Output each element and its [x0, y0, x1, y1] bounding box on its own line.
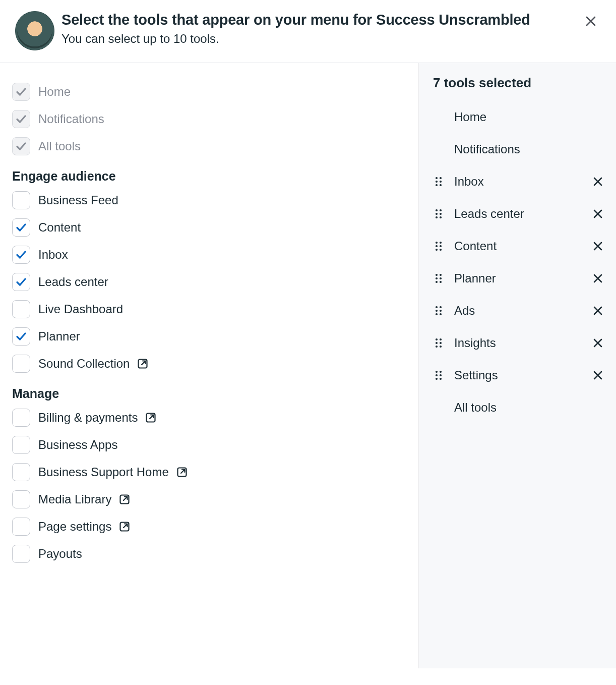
svg-point-45	[436, 378, 438, 380]
tool-item-media-library[interactable]: Media Library	[12, 486, 406, 513]
drag-handle-icon[interactable]	[433, 240, 444, 252]
checkbox-page-settings[interactable]	[12, 518, 30, 536]
svg-point-17	[436, 242, 438, 244]
external-link-icon	[137, 358, 149, 370]
tool-item-inbox[interactable]: Inbox	[12, 241, 406, 268]
selected-item-content[interactable]: Content	[433, 230, 606, 262]
tool-item-live-dashboard[interactable]: Live Dashboard	[12, 296, 406, 323]
tool-item-page-settings[interactable]: Page settings	[12, 513, 406, 540]
tool-item-notifications: Notifications	[12, 105, 406, 133]
tool-item-sound-collection[interactable]: Sound Collection	[12, 350, 406, 377]
selected-label: Inbox	[454, 175, 590, 189]
svg-point-44	[440, 374, 442, 376]
selected-item-leads-center[interactable]: Leads center	[433, 198, 606, 230]
checkbox-business-feed[interactable]	[12, 191, 30, 209]
svg-point-15	[436, 216, 438, 218]
drag-handle-icon[interactable]	[433, 305, 444, 317]
selected-item-planner[interactable]: Planner	[433, 262, 606, 295]
tool-label: Business Feed	[38, 193, 118, 207]
selected-count-title: 7 tools selected	[433, 75, 606, 91]
drag-handle-icon[interactable]	[433, 337, 444, 349]
svg-point-6	[440, 177, 442, 179]
checkbox-payouts[interactable]	[12, 545, 30, 563]
remove-button-ads[interactable]	[590, 303, 606, 319]
checkbox-business-apps[interactable]	[12, 436, 30, 454]
svg-point-21	[436, 249, 438, 251]
selected-item-ads[interactable]: Ads	[433, 295, 606, 327]
remove-button-planner[interactable]	[590, 270, 606, 287]
checkbox-business-support-home[interactable]	[12, 463, 30, 481]
drag-handle-icon[interactable]	[433, 208, 444, 220]
selected-label: Settings	[454, 368, 590, 382]
svg-point-46	[440, 378, 442, 380]
tool-list-pane: HomeNotificationsAll toolsEngage audienc…	[0, 63, 418, 668]
close-button[interactable]	[581, 11, 601, 31]
checkbox-leads-center[interactable]	[12, 273, 30, 291]
external-link-icon	[118, 493, 131, 505]
drag-handle-icon[interactable]	[433, 176, 444, 188]
svg-point-30	[440, 306, 442, 308]
checkbox-planner[interactable]	[12, 327, 30, 346]
tool-label: Sound Collection	[38, 357, 130, 371]
tool-label: Payouts	[38, 547, 82, 561]
section-title: Manage	[12, 386, 406, 401]
tool-label: Content	[38, 220, 81, 235]
selected-label: All tools	[454, 401, 606, 415]
checkbox-sound-collection[interactable]	[12, 355, 30, 373]
selected-item-inbox[interactable]: Inbox	[433, 165, 606, 198]
drag-handle-icon[interactable]	[433, 272, 444, 284]
tool-item-planner[interactable]: Planner	[12, 323, 406, 350]
remove-button-inbox[interactable]	[590, 174, 606, 190]
checkbox-notifications	[12, 110, 30, 128]
selected-pane: 7 tools selected HomeNotificationsInboxL…	[418, 63, 616, 668]
drag-handle-icon[interactable]	[433, 369, 444, 381]
svg-point-12	[440, 209, 442, 211]
svg-point-36	[440, 338, 442, 340]
svg-point-38	[440, 342, 442, 344]
svg-point-9	[436, 184, 438, 186]
checkbox-all-tools	[12, 137, 30, 155]
selected-item-notifications: Notifications	[433, 133, 606, 165]
svg-point-40	[440, 346, 442, 348]
dialog-subtitle: You can select up to 10 tools.	[61, 32, 581, 46]
svg-point-29	[436, 306, 438, 308]
svg-point-28	[440, 281, 442, 283]
checkbox-live-dashboard[interactable]	[12, 300, 30, 318]
svg-point-13	[436, 213, 438, 215]
checkbox-content[interactable]	[12, 218, 30, 237]
svg-point-25	[436, 277, 438, 279]
svg-point-43	[436, 374, 438, 376]
tool-label: Leads center	[38, 275, 108, 289]
external-link-icon	[145, 412, 157, 424]
svg-point-20	[440, 245, 442, 247]
tool-label: Notifications	[38, 112, 104, 126]
tool-item-leads-center[interactable]: Leads center	[12, 268, 406, 296]
tool-item-payouts[interactable]: Payouts	[12, 540, 406, 567]
tool-item-business-feed[interactable]: Business Feed	[12, 187, 406, 214]
remove-button-insights[interactable]	[590, 335, 606, 351]
checkbox-billing-payments[interactable]	[12, 409, 30, 427]
svg-point-32	[440, 310, 442, 312]
checkbox-inbox[interactable]	[12, 246, 30, 264]
tool-label: Media Library	[38, 492, 111, 506]
tool-item-content[interactable]: Content	[12, 214, 406, 241]
remove-button-leads-center[interactable]	[590, 206, 606, 222]
svg-point-7	[436, 181, 438, 183]
selected-item-insights[interactable]: Insights	[433, 327, 606, 359]
close-icon	[585, 16, 596, 27]
tool-item-business-apps[interactable]: Business Apps	[12, 431, 406, 459]
remove-button-content[interactable]	[590, 238, 606, 254]
tool-label: All tools	[38, 139, 81, 153]
checkbox-media-library[interactable]	[12, 490, 30, 508]
svg-point-14	[440, 213, 442, 215]
dialog-header: Select the tools that appear on your men…	[0, 0, 616, 63]
tool-item-business-support-home[interactable]: Business Support Home	[12, 459, 406, 486]
tool-item-billing-payments[interactable]: Billing & payments	[12, 404, 406, 431]
tool-label: Page settings	[38, 520, 111, 534]
selected-item-settings[interactable]: Settings	[433, 359, 606, 391]
svg-point-26	[440, 277, 442, 279]
svg-point-22	[440, 249, 442, 251]
svg-point-34	[440, 313, 442, 315]
remove-button-settings[interactable]	[590, 367, 606, 383]
svg-point-33	[436, 313, 438, 315]
